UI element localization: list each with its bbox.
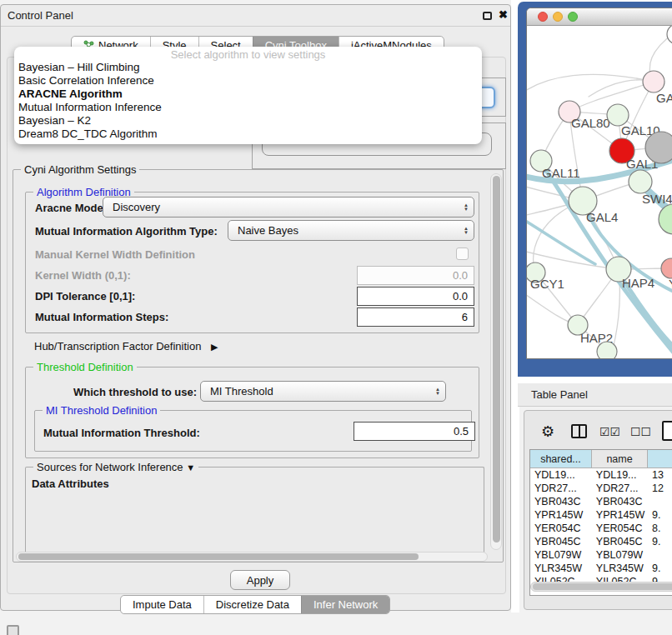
field-value: 6 [462,311,468,323]
table-row[interactable]: YBR043CYBR043C [530,495,672,508]
checked-columns-icon[interactable]: ☑☑ [599,425,620,438]
spinner-arrows-icon: ▲▼ [430,388,445,396]
node-unlabeled[interactable] [597,342,617,359]
node-label: Y [669,277,672,291]
apply-button[interactable]: Apply [230,570,290,590]
mi-algorithm-type-select[interactable]: Naive Bayes ▲▼ [228,220,474,241]
algorithm-option-bayesian-k2[interactable]: Bayesian – K2 [14,114,482,128]
zoom-traffic-light-icon[interactable] [568,12,578,22]
node-swi4[interactable] [629,170,652,193]
dpi-tolerance-label: DPI Tolerance [0,1]: [35,290,135,302]
node-unlabeled[interactable] [659,204,672,234]
scrollbar-thumb[interactable] [493,176,500,542]
table-row[interactable]: YPR145WYPR145W9. [530,508,672,522]
algorithm-dropdown-popup: Select algorithm to view settings Bayesi… [14,47,482,144]
table-row[interactable]: YBL079WYBL079W [530,548,672,562]
table-cell: 9. [648,508,672,522]
mi-steps-field[interactable]: 6 [357,308,474,327]
minimize-traffic-light-icon[interactable] [553,12,563,22]
node-label: GAL80 [571,116,610,130]
table-cell: YBR045C [530,535,592,548]
table-horizontal-scrollbar[interactable] [530,582,672,592]
table-header-row: shared...name [530,450,672,468]
threshold-definition-group: Threshold Definition Which threshold to … [25,367,479,458]
manual-kernel-width-checkbox[interactable] [456,248,469,260]
table-cell [648,548,672,562]
column-header-shared[interactable]: shared... [530,450,592,468]
node-label: GAL11 [542,166,580,180]
column-header-3[interactable] [648,450,672,468]
table-cell: YBL079W [530,548,592,562]
node-gal[interactable] [643,71,664,92]
table-row[interactable]: YER054CYER054C8. [530,522,672,535]
table-body: YDL19...YDL19...13YDR27...YDR27...12YBR0… [530,468,672,588]
network-window-titlebar[interactable] [527,8,672,26]
network-view-window[interactable]: GALGAL80GAL10GAL1GAL11SWI4GAL4GCY1HAP4YH… [526,8,672,359]
node-label: GCY1 [530,277,564,291]
settings-vertical-scrollbar[interactable] [490,173,502,550]
table-row[interactable]: YLR345WYLR345W9. [530,562,672,575]
node-unlabeled[interactable] [645,132,672,163]
node-unlabeled[interactable] [667,26,672,44]
algorithm-option-dream8-dc-tdc-algorithm[interactable]: Dream8 DC_TDC Algorithm [14,128,482,141]
table-row[interactable]: YBR045CYBR045C9. [530,535,672,548]
tab-label: Infer Network [313,598,378,611]
group-title: Threshold Definition [33,361,137,373]
gear-icon[interactable]: ⚙ [541,422,554,441]
section-label: Hub/Transcription Factor Definition [34,340,201,352]
aracne-mode-label: Aracne Mode: [35,202,107,214]
dpi-tolerance-field[interactable]: 0.0 [357,287,474,306]
cyni-algorithm-settings-group: Cyni Algorithm Settings Algorithm Defini… [13,169,504,562]
spinner-arrows-icon: ▲▼ [459,203,474,212]
chevron-down-icon: ▼ [186,462,195,472]
algorithm-option-aracne-algorithm[interactable]: ARACNE Algorithm [14,88,482,101]
unchecked-columns-icon[interactable]: ☐☐ [630,425,651,438]
dock-panel-icon[interactable] [7,625,19,635]
table-cell: 13 [648,468,672,482]
table-panel-titlebar: Table Panel [518,383,672,407]
group-title[interactable]: Sources for Network Inference ▼ [33,461,198,473]
table-cell: YBR043C [530,495,592,508]
group-title: Cyni Algorithm Settings [21,163,139,176]
node-y[interactable] [661,258,672,278]
window-title: Control Panel [8,9,73,22]
gray-edge[interactable] [527,74,654,92]
table-cell: 9. [648,535,672,548]
selected-value: MI Threshold [201,385,430,398]
tab-impute-data[interactable]: Impute Data [121,596,203,613]
table-cell: YER054C [530,522,592,535]
table-cell: YPR145W [592,508,648,522]
algorithm-definition-group: Algorithm Definition Aracne Mode: Discov… [25,192,479,333]
which-threshold-select[interactable]: MI Threshold ▲▼ [200,381,446,402]
algorithm-option-mutual-information-inference[interactable]: Mutual Information Inference [14,101,482,114]
close-traffic-light-icon[interactable] [538,12,548,22]
settings-horizontal-scrollbar[interactable] [16,552,488,562]
table-row[interactable]: YDR27...YDR27...12 [530,482,672,495]
float-window-icon[interactable] [483,12,492,20]
column-header-name[interactable]: name [592,450,648,468]
tab-discretize-data[interactable]: Discretize Data [203,596,301,613]
table-row[interactable]: YDL19...YDL19...13 [530,468,672,482]
table-cell: YER054C [592,522,648,535]
node-attribute-table[interactable]: shared...name YDL19...YDL19...13YDR27...… [529,449,672,596]
kernel-width-field[interactable]: 0.0 [357,266,474,285]
scrollbar-thumb[interactable] [533,583,672,590]
hub-transcription-factor-section[interactable]: Hub/Transcription Factor Definition ▶ [34,340,218,352]
table-cell: YDL19... [592,468,648,482]
which-threshold-label: Which threshold to use: [73,386,197,398]
network-graph: GALGAL80GAL10GAL1GAL11SWI4GAL4GCY1HAP4YH… [527,26,672,359]
close-icon[interactable]: ✖ [499,8,508,21]
kernel-width-label: Kernel Width (0,1): [35,269,131,282]
algorithm-option-basic-correlation-inference[interactable]: Basic Correlation Inference [14,74,482,88]
document-icon[interactable] [662,421,672,441]
network-canvas[interactable]: GALGAL80GAL10GAL1GAL11SWI4GAL4GCY1HAP4YH… [527,26,672,359]
table-cell: YPR145W [530,508,592,522]
scrollbar-thumb[interactable] [18,553,419,560]
algorithm-option-bayesian-hill-climbing[interactable]: Bayesian – Hill Climbing [14,61,482,74]
columns-icon[interactable] [571,424,587,438]
tab-infer-network[interactable]: Infer Network [301,596,389,613]
mi-threshold-field[interactable]: 0.5 [354,422,475,441]
aracne-mode-select[interactable]: Discovery ▲▼ [103,197,474,218]
button-label: Apply [247,574,274,587]
mi-steps-label: Mutual Information Steps: [35,311,168,323]
